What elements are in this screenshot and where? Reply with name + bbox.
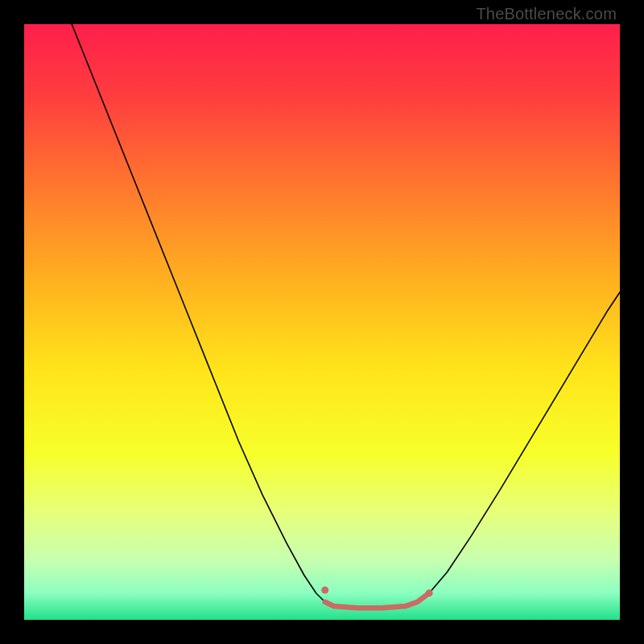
optimal-start-dot [321,587,328,594]
optimal-end-dot [426,589,433,597]
watermark-text: TheBottleneck.com [476,5,617,23]
plot-area [24,24,620,620]
chart-frame: TheBottleneck.com [0,0,644,644]
chart-svg [24,24,620,620]
gradient-background [24,24,620,620]
